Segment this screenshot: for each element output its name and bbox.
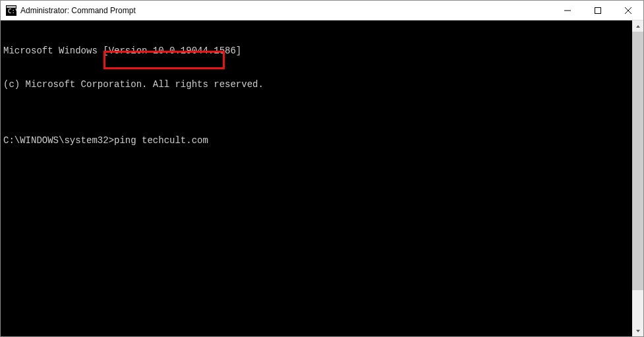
client-area: Microsoft Windows [Version 10.0.19044.15… xyxy=(1,20,643,336)
scroll-down-button[interactable] xyxy=(632,325,643,336)
terminal-output[interactable]: Microsoft Windows [Version 10.0.19044.15… xyxy=(1,20,632,336)
titlebar[interactable]: C:\ Administrator: Command Prompt xyxy=(1,1,643,20)
terminal-line: (c) Microsoft Corporation. All rights re… xyxy=(3,79,632,90)
scroll-up-button[interactable] xyxy=(632,20,643,32)
scrollbar-thumb[interactable] xyxy=(632,32,643,290)
close-button[interactable] xyxy=(613,1,643,20)
cmd-icon: C:\ xyxy=(6,5,16,16)
window-title: Administrator: Command Prompt xyxy=(20,6,552,15)
svg-text:C:\: C:\ xyxy=(8,8,16,15)
prompt-path: C:\WINDOWS\system32> xyxy=(3,135,114,146)
scrollbar-track[interactable] xyxy=(632,32,643,325)
typed-command[interactable]: ping techcult.com xyxy=(114,135,208,146)
svg-rect-4 xyxy=(595,7,601,13)
maximize-button[interactable] xyxy=(583,1,613,20)
terminal-prompt-line: C:\WINDOWS\system32>ping techcult.com xyxy=(3,135,632,146)
svg-marker-7 xyxy=(636,25,640,28)
vertical-scrollbar[interactable] xyxy=(632,20,643,336)
minimize-button[interactable] xyxy=(552,1,583,20)
window-controls xyxy=(552,1,643,20)
terminal-line: Microsoft Windows [Version 10.0.19044.15… xyxy=(3,46,632,57)
command-prompt-window: C:\ Administrator: Command Prompt Micros… xyxy=(0,0,644,337)
svg-marker-8 xyxy=(636,330,640,332)
